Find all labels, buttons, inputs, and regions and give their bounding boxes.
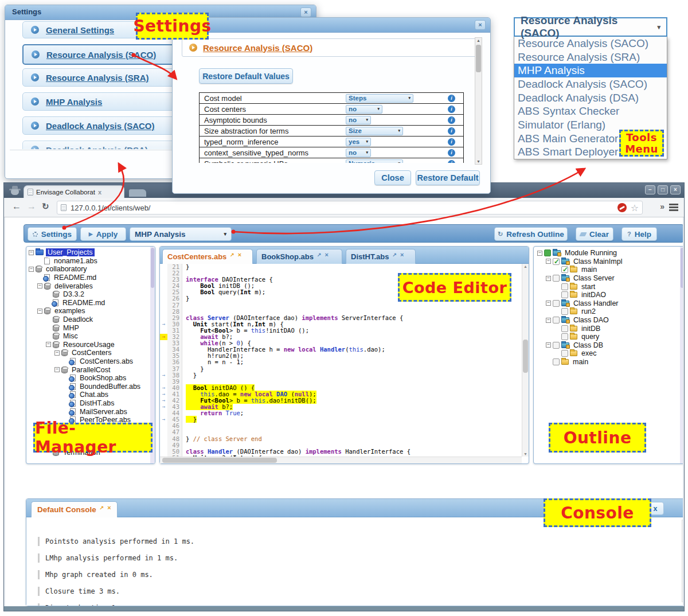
checkbox-unchecked[interactable] (561, 283, 568, 290)
breakpoint-gutter[interactable] (160, 334, 167, 340)
checkbox-unchecked[interactable] (553, 317, 560, 323)
popout-icon[interactable] (317, 252, 322, 258)
file-tree-row[interactable]: MHP (29, 323, 154, 332)
file-tree-row[interactable]: DistHT.abs (29, 399, 154, 408)
file-tree-row[interactable]: Deadlock (29, 315, 154, 324)
settings-dialog-close-button[interactable] (300, 7, 311, 17)
tab-close-icon[interactable]: x (98, 189, 101, 196)
outline-tree-row[interactable]: Class DAO (537, 316, 683, 325)
file-tree-row[interactable]: CostCenters.abs (29, 357, 154, 366)
checkbox-unchecked[interactable] (553, 358, 560, 365)
editor-vertical-scrollbar[interactable]: ▲ ▼ (522, 264, 529, 457)
breakpoint-gutter[interactable] (160, 416, 167, 423)
close-button[interactable]: Close (374, 170, 411, 185)
option-select[interactable]: Steps (346, 94, 413, 103)
breakpoint-gutter[interactable] (160, 429, 167, 435)
file-tree-row[interactable]: Misc (29, 332, 154, 341)
editor-tab[interactable]: CostCenters.abs (162, 249, 253, 264)
outline-tree-row[interactable]: Class DB (537, 341, 683, 350)
checkbox-unchecked[interactable] (553, 300, 560, 307)
minimize-button[interactable]: − (645, 185, 655, 194)
info-icon[interactable] (448, 95, 455, 102)
tree-expander[interactable] (537, 251, 542, 256)
overflow-chevrons-icon[interactable] (660, 202, 664, 211)
tool-select[interactable]: MHP Analysis (130, 227, 232, 241)
outline-tree-row[interactable]: Module Running (537, 249, 683, 258)
file-tree-row[interactable]: User_Projects (29, 248, 154, 257)
close-icon[interactable] (325, 251, 329, 258)
outline-tree-row[interactable]: initDAO (537, 291, 683, 299)
file-tree-row[interactable]: noname1.abs (29, 257, 154, 266)
close-icon[interactable] (107, 504, 111, 511)
maximize-button[interactable]: □ (658, 185, 668, 194)
restore-default-button[interactable]: Restore Default (416, 170, 480, 185)
option-select[interactable]: yes (346, 138, 371, 146)
settings-button[interactable]: Settings (28, 227, 77, 241)
file-tree-row[interactable]: collaboratory (29, 265, 154, 274)
breakpoint-gutter[interactable] (160, 410, 167, 416)
console-tab[interactable]: Default Console (31, 501, 118, 517)
file-tree-row[interactable]: ParallelCost (29, 365, 154, 374)
new-tab-button[interactable] (129, 189, 146, 197)
breakpoint-gutter[interactable] (160, 404, 167, 410)
checkbox-unchecked[interactable] (561, 291, 568, 298)
outline-tree-row[interactable]: start (537, 282, 683, 291)
info-icon[interactable] (448, 138, 455, 146)
breakpoint-gutter[interactable] (160, 321, 167, 328)
close-icon[interactable] (238, 251, 241, 258)
checkbox-unchecked[interactable] (553, 342, 560, 349)
file-tree-row[interactable]: D3.3.2 (29, 290, 154, 299)
console-scrollbar[interactable] (682, 520, 683, 602)
breakpoint-gutter[interactable] (160, 295, 167, 302)
outline-tree-row[interactable]: Class Server (537, 274, 683, 283)
file-tree-row[interactable]: BookShop.abs (29, 374, 154, 383)
tree-expander[interactable] (546, 301, 551, 306)
adblock-icon[interactable] (617, 203, 627, 212)
breakpoint-gutter[interactable] (160, 359, 167, 365)
tools-menu-item[interactable]: MHP Analysis (514, 64, 667, 77)
tools-menu-item[interactable]: Resource Analysis (SRA) (514, 50, 667, 64)
checkbox-checked[interactable] (553, 258, 560, 265)
saco-dialog-scrollbar[interactable]: ▲▼ (475, 37, 482, 165)
breakpoint-gutter[interactable] (160, 353, 167, 359)
info-icon[interactable] (448, 127, 455, 135)
outline-tree-row[interactable]: Class MainImpl (537, 258, 683, 266)
browser-tab[interactable]: Envisage Collaborat x (24, 185, 124, 198)
tools-menu-item[interactable]: Deadlock Analysis (SACO) (514, 77, 667, 91)
file-tree-row[interactable]: README.md (29, 299, 154, 307)
tree-expander[interactable] (37, 283, 42, 288)
back-button[interactable] (12, 201, 21, 212)
popout-icon[interactable] (392, 252, 397, 258)
breakpoint-gutter[interactable] (160, 328, 167, 334)
breakpoint-gutter[interactable] (160, 340, 167, 346)
tools-menu-item[interactable]: Resource Analysis (SACO) (514, 37, 667, 50)
breakpoint-gutter[interactable] (160, 379, 167, 385)
outline-tree-row[interactable]: main (537, 358, 683, 367)
checkbox-unchecked[interactable] (561, 308, 568, 315)
breakpoint-gutter[interactable] (160, 449, 167, 455)
forward-button[interactable] (27, 201, 36, 212)
tools-menu-item[interactable]: ABS Syntax Checker (514, 104, 667, 118)
window-close-button[interactable]: × (670, 185, 681, 194)
popout-icon[interactable] (230, 252, 234, 258)
breakpoint-gutter[interactable] (160, 346, 167, 353)
option-select[interactable]: no (346, 149, 371, 157)
outline-tree-row[interactable]: exec (537, 349, 683, 358)
file-tree-row[interactable]: Chat.abs (29, 391, 154, 399)
saco-dialog-close-button[interactable] (475, 20, 486, 30)
editor-horizontal-scrollbar[interactable] (160, 457, 522, 463)
breakpoint-gutter[interactable] (160, 315, 167, 321)
tools-menu-item[interactable]: Deadlock Analysis (DSA) (514, 91, 667, 105)
tree-expander[interactable] (546, 318, 551, 323)
breakpoint-gutter[interactable] (160, 366, 167, 372)
breakpoint-gutter[interactable] (160, 309, 167, 315)
breakpoint-gutter[interactable] (160, 391, 167, 397)
file-tree-row[interactable]: CostCenters (29, 349, 154, 357)
url-bar[interactable]: 127.0.0.1/ei/clients/web/ (57, 201, 643, 215)
file-tree-row[interactable]: MailServer.abs (29, 407, 154, 416)
tools-menu-trigger[interactable]: Resource Analysis (SACO) (514, 17, 667, 37)
outline-tree-row[interactable]: initDB (537, 324, 683, 333)
file-tree-row[interactable]: examples (29, 307, 154, 315)
breakpoint-gutter[interactable] (160, 302, 167, 309)
refresh-outline-button[interactable]: Refresh Outline (494, 227, 568, 241)
